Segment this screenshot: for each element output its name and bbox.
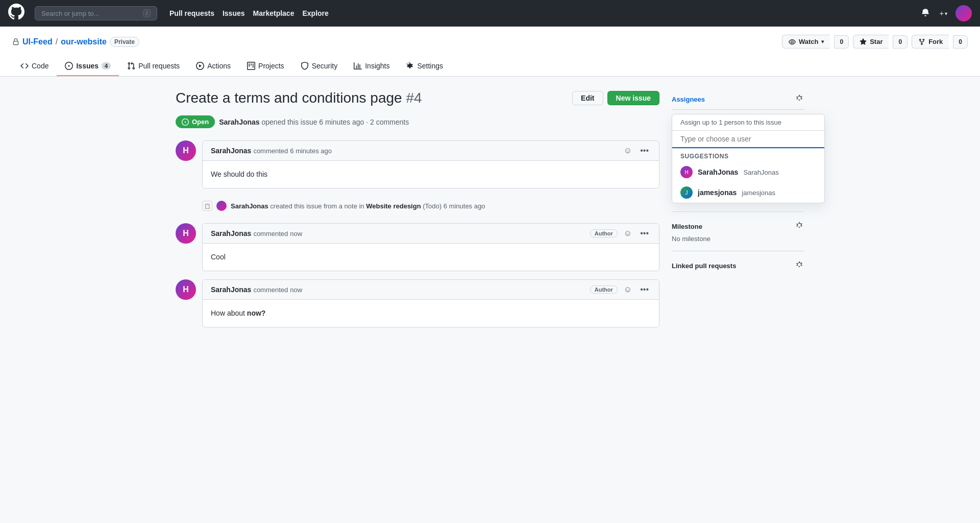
linked-pr-section: Linked pull requests	[672, 251, 804, 272]
assignees-section: Assignees Assign up to 1 person to this …	[672, 89, 804, 203]
top-nav-right: + ▾	[919, 5, 972, 21]
repo-actions: Watch ▾ 0 Star 0 Fork 0	[782, 35, 968, 49]
suggestion-avatar-2: J	[680, 186, 693, 199]
tab-issues[interactable]: Issues 4	[57, 57, 119, 76]
github-logo[interactable]	[8, 4, 24, 23]
avatar-2: H	[176, 223, 196, 244]
search-kbd: /	[143, 9, 151, 17]
fork-button[interactable]: Fork	[912, 35, 949, 49]
suggestions-title: Suggestions	[672, 149, 824, 162]
open-issue-icon	[182, 118, 189, 126]
nav-explore[interactable]: Explore	[302, 9, 328, 17]
issue-title: Create a terms and conditions page #4	[176, 89, 422, 107]
fork-icon	[918, 38, 925, 45]
comment-action-1: commented	[253, 147, 288, 155]
dropdown-hint: Assign up to 1 person to this issue	[672, 114, 824, 131]
edit-button[interactable]: Edit	[572, 91, 603, 105]
author-badge-3: Author	[590, 286, 618, 294]
suggestion-item-2[interactable]: J jamesjonas jamesjonas	[672, 182, 824, 203]
linked-pr-header: Linked pull requests	[672, 259, 804, 272]
issue-comments-text: · 2 comments	[366, 118, 409, 126]
fork-label: Fork	[928, 38, 943, 45]
emoji-button-3[interactable]: ☺	[622, 284, 634, 295]
comment-box-2: SarahJonas commented now Author ☺ ••• Co…	[202, 223, 659, 271]
assignee-dropdown: Assign up to 1 person to this issue Sugg…	[672, 114, 825, 203]
code-icon	[20, 62, 29, 70]
star-button[interactable]: Star	[853, 35, 889, 49]
more-button-1[interactable]: •••	[638, 145, 651, 156]
tab-projects[interactable]: Projects	[239, 57, 292, 76]
suggestion-login-1: SarahJonas	[743, 169, 778, 176]
linked-pr-gear-button[interactable]	[794, 259, 804, 272]
comment-action-3: commented	[253, 286, 288, 294]
watch-chevron-icon: ▾	[821, 39, 824, 44]
security-icon	[301, 62, 309, 70]
suggestion-item-1[interactable]: H SarahJonas SarahJonas	[672, 162, 824, 182]
search-box[interactable]: Search or jump to... /	[35, 6, 157, 20]
issue-title-text: Create a terms and conditions page	[176, 90, 402, 106]
comment-box-3: SarahJonas commented now Author ☺ ••• Ho…	[202, 279, 659, 327]
issue-opened-text: opened this issue 6 minutes ago	[262, 118, 364, 126]
tab-insights[interactable]: Insights	[346, 57, 398, 76]
assignees-gear-button[interactable]	[794, 93, 804, 105]
comment-box-1: SarahJonas commented 6 minutes ago ☺ •••…	[202, 140, 659, 188]
repo-owner-link[interactable]: UI-Feed	[22, 37, 53, 46]
new-issue-button[interactable]: New issue	[607, 91, 659, 105]
timeline-item: 📋 SarahJonas created this issue from a n…	[202, 197, 659, 215]
milestone-gear-button[interactable]	[794, 220, 804, 232]
star-label: Star	[870, 38, 883, 45]
avatar-3: H	[176, 279, 196, 300]
tab-actions[interactable]: Actions	[188, 57, 239, 76]
settings-icon	[406, 62, 414, 70]
comment-container-2: H SarahJonas commented now Author ☺ ••• …	[176, 223, 659, 271]
timeline-project: Website redesign	[366, 202, 421, 210]
watch-button[interactable]: Watch ▾	[782, 35, 830, 49]
issue-number: #4	[406, 90, 422, 106]
assignees-title: Assignees	[672, 96, 705, 103]
dropdown-search-container	[672, 131, 824, 149]
linked-pr-gear-icon	[795, 260, 803, 269]
milestone-section: Milestone No milestone	[672, 211, 804, 243]
comment-time-2: now	[290, 230, 302, 237]
add-button[interactable]: + ▾	[938, 7, 949, 19]
plus-icon: +	[940, 9, 944, 17]
tab-security[interactable]: Security	[292, 57, 346, 76]
repo-name-link[interactable]: our-website	[61, 37, 107, 46]
tab-pull-requests[interactable]: Pull requests	[119, 57, 188, 76]
avatar[interactable]	[955, 5, 972, 21]
suggestion-username-1: SarahJonas	[698, 168, 738, 176]
repo-nav: Code Issues 4 Pull requests Actions Pr	[12, 57, 968, 76]
breadcrumb: UI-Feed / our-website Private	[12, 37, 139, 47]
watch-count: 0	[834, 35, 849, 49]
tab-code[interactable]: Code	[12, 57, 57, 76]
gear-icon	[795, 94, 803, 102]
nav-issues[interactable]: Issues	[223, 9, 245, 17]
emoji-button-1[interactable]: ☺	[622, 145, 634, 156]
comment-action-2: commented	[253, 230, 288, 237]
star-icon	[860, 38, 867, 45]
status-text: Open	[192, 118, 209, 126]
user-search-input[interactable]	[672, 131, 824, 148]
comment-author-2: SarahJonas	[211, 229, 251, 237]
nav-marketplace[interactable]: Marketplace	[253, 9, 295, 17]
comment-time-1: 6 minutes ago	[290, 147, 332, 155]
emoji-button-2[interactable]: ☺	[622, 228, 634, 239]
more-button-2[interactable]: •••	[638, 228, 651, 239]
repo-header: UI-Feed / our-website Private Watch ▾ 0 …	[0, 27, 980, 77]
more-button-3[interactable]: •••	[638, 284, 651, 295]
star-count: 0	[893, 35, 908, 49]
timeline-author: SarahJonas	[231, 202, 268, 210]
suggestion-username-2: jamesjonas	[698, 188, 737, 197]
search-placeholder: Search or jump to...	[41, 10, 139, 17]
issue-content: Create a terms and conditions page #4 Ed…	[176, 89, 659, 336]
comment-author-3: SarahJonas	[211, 286, 251, 294]
comment-header-right-3: Author ☺ •••	[590, 284, 651, 295]
notifications-button[interactable]	[919, 6, 932, 21]
milestone-header: Milestone	[672, 220, 804, 232]
author-badge-2: Author	[590, 229, 618, 237]
milestone-gear-icon	[795, 221, 803, 229]
comment-header-2: SarahJonas commented now Author ☺ •••	[203, 224, 659, 244]
timeline-column: Todo	[425, 202, 439, 210]
tab-settings[interactable]: Settings	[398, 57, 451, 76]
nav-pull-requests[interactable]: Pull requests	[169, 9, 214, 17]
